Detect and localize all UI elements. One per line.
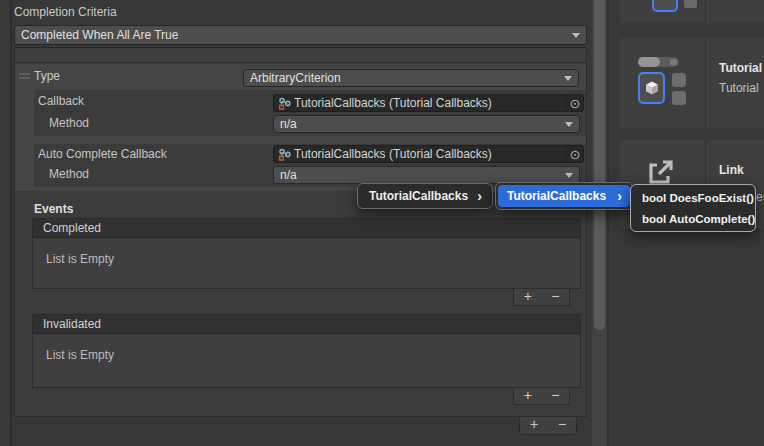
method-menu-level2: TutorialCallbacks › [495,182,633,210]
method-menu-level1: TutorialCallbacks › [357,183,493,209]
completed-event-list: Completed List is Empty [32,218,581,289]
callback-method-value: n/a [274,117,297,131]
remove-button[interactable]: − [548,417,576,434]
chevron-down-icon [572,33,580,38]
scrollbar-thumb[interactable] [594,0,605,330]
method-submenu: bool DoesFooExist() bool AutoComplete() [630,184,756,232]
criteria-list-box: Type ArbitraryCriterion Callback [14,47,587,417]
remove-button[interactable]: − [542,289,570,305]
card-divider [705,38,706,128]
criterion-type-value: ArbitraryCriterion [244,71,341,85]
submenu-chevron-icon: › [477,190,492,202]
inspector-panel: Completion Criteria Completed When All A… [0,0,592,446]
method-label: Method [49,165,89,183]
criteria-mode-value: Completed When All Are True [15,28,178,42]
completed-list-footer: + − [513,289,570,306]
invalidated-list-title: Invalidated [33,315,580,334]
method-label: Method [49,114,89,132]
completed-list-empty-text: List is Empty [33,238,580,266]
menu-item-tutorialcallbacks[interactable]: TutorialCallbacks [358,189,477,203]
object-picker-icon[interactable]: ⊙ [566,146,583,162]
callback-group: Callback TutorialCallbacks (Tutorial Cal… [34,90,586,136]
criterion-type-dropdown[interactable]: ArbitraryCriterion [243,69,579,87]
callback-label: Callback [38,92,84,110]
invalidated-list-footer: + − [513,388,570,405]
auto-complete-group: Auto Complete Callback TutorialCallbacks… [34,144,586,187]
callback-object-value: TutorialCallbacks (Tutorial Callbacks) [294,96,566,110]
completed-list-title: Completed [33,219,580,238]
criteria-list-top-strip [15,48,586,63]
remove-button[interactable]: − [542,388,570,404]
object-picker-icon[interactable]: ⊙ [566,95,583,111]
tutorial-step-card[interactable]: Tutorial Tutorial [620,38,764,128]
auto-complete-method-value: n/a [274,168,297,182]
chevron-down-icon [564,76,572,81]
menu-item-doesfooexist[interactable]: bool DoesFooExist() [631,188,755,209]
toolbar-icon [638,57,679,67]
card-subtitle-fragment: es [756,190,764,205]
auto-complete-callback-label: Auto Complete Callback [38,145,167,163]
type-label: Type [34,67,60,85]
callback-object-field[interactable]: TutorialCallbacks (Tutorial Callbacks) ⊙ [273,94,584,112]
scriptable-object-icon [278,148,291,161]
panel-icon [672,73,686,87]
events-header: Events [34,201,73,217]
auto-complete-object-value: TutorialCallbacks (Tutorial Callbacks) [294,147,566,161]
add-button[interactable]: + [520,417,548,434]
add-button[interactable]: + [514,388,542,404]
card-title: Tutorial [719,61,762,76]
add-button[interactable]: + [514,289,542,305]
invalidated-list-empty-text: List is Empty [33,334,580,362]
menu-item-tutorialcallbacks-highlighted[interactable]: TutorialCallbacks › [498,185,630,207]
criteria-list-footer: + − [519,417,577,435]
chevron-down-icon [565,122,573,127]
invalidated-event-list: Invalidated List is Empty [32,314,581,388]
tutorial-step-card-partial[interactable] [620,0,764,23]
submenu-chevron-icon: › [617,190,630,202]
panel-icon [672,91,686,105]
chevron-down-icon [565,173,573,178]
card-subtitle: Tutorial [719,81,759,96]
inspector-scrollbar[interactable] [592,0,609,446]
criteria-mode-dropdown[interactable]: Completed When All Are True [14,25,587,45]
menu-item-autocomplete[interactable]: bool AutoComplete() [631,209,755,230]
drag-handle-icon[interactable] [19,73,30,79]
auto-complete-object-field[interactable]: TutorialCallbacks (Tutorial Callbacks) ⊙ [273,145,584,163]
card-title: Link [719,163,744,178]
scriptable-object-icon [278,97,291,110]
window-panel-icon [684,0,697,8]
card-divider [705,0,706,23]
criterion-element[interactable]: Type ArbitraryCriterion Callback [15,64,586,191]
completion-criteria-label: Completion Criteria [14,4,117,20]
selected-window-icon [652,0,678,12]
scene-view-cube-icon [638,72,665,104]
callback-method-dropdown[interactable]: n/a [273,115,580,133]
